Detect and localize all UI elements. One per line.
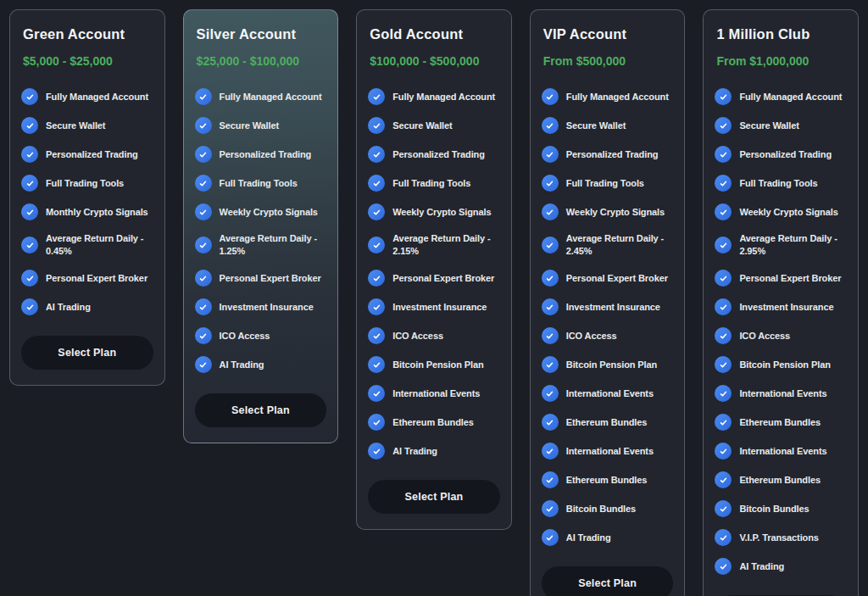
feature-item: Ethereum Bundles [715,414,847,431]
feature-item: Weekly Crypto Signals [715,203,847,220]
feature-label: Personalized Trading [220,148,312,161]
feature-item: Personalized Trading [715,146,847,163]
feature-label: Personal Expert Broker [739,272,841,285]
feature-label: Investment Insurance [739,301,833,314]
feature-item: Bitcoin Bundles [542,500,674,517]
check-icon [195,327,212,344]
feature-label: Investment Insurance [392,301,487,314]
feature-item: Personalized Trading [542,146,674,163]
feature-item: AI Trading [368,443,500,460]
feature-item: Secure Wallet [715,117,847,134]
check-icon [21,117,38,134]
check-icon [368,146,385,163]
feature-label: Secure Wallet [392,120,452,132]
feature-label: Personalized Trading [392,148,485,161]
feature-item: Full Trading Tools [715,175,847,192]
check-icon [715,414,732,431]
feature-label: V.I.P. Transactions [739,532,819,544]
check-icon [715,529,732,546]
check-icon [542,203,559,220]
feature-label: ICO Access [739,330,790,343]
feature-label: Bitcoin Pension Plan [392,359,483,371]
plan-title: Green Account [23,25,153,42]
check-icon [715,88,732,105]
plan-price-range: From $1,000,000 [716,54,847,68]
feature-label: Fully Managed Account [46,91,148,103]
check-icon [715,500,732,517]
feature-item: AI Trading [542,529,674,546]
feature-item: International Events [368,385,500,402]
check-icon [715,203,732,220]
check-icon [715,298,732,315]
select-plan-button-silver-account[interactable]: Select Plan [195,393,327,427]
feature-label: Personal Expert Broker [566,272,668,285]
check-icon [368,443,385,460]
feature-label: Weekly Crypto Signals [739,206,837,219]
feature-label: Personalized Trading [566,148,659,161]
feature-item: Secure Wallet [368,117,500,134]
feature-item: Average Return Daily - 2.45% [542,232,674,258]
check-icon [195,88,212,105]
check-icon [542,356,559,373]
check-icon [368,237,385,253]
plan-title: Silver Account [197,25,327,42]
feature-item: ICO Access [195,327,327,344]
feature-item: Weekly Crypto Signals [195,203,327,220]
feature-item: Ethereum Bundles [542,471,674,488]
feature-item: ICO Access [715,327,847,344]
feature-label: International Events [392,387,480,400]
feature-item: Fully Managed Account [542,88,674,105]
check-icon [195,175,212,192]
check-icon [21,270,38,287]
feature-item: Fully Managed Account [195,88,327,105]
feature-label: Investment Insurance [220,301,314,314]
check-icon [542,327,559,344]
feature-label: Ethereum Bundles [566,474,648,487]
check-icon [715,385,732,402]
check-icon [715,327,732,344]
plan-title: 1 Million Club [716,25,847,42]
plan-card-gold-account: Gold Account $100,000 - $500,000 Fully M… [356,9,512,530]
check-icon [542,500,559,517]
check-icon [542,88,559,105]
feature-label: AI Trading [739,560,784,573]
feature-item: Ethereum Bundles [542,414,674,431]
check-icon [542,414,559,431]
plans-grid: Green Account $5,000 - $25,000 Fully Man… [0,0,868,596]
feature-item: Personalized Trading [21,146,153,163]
feature-item: Personalized Trading [368,146,500,163]
feature-item: Ethereum Bundles [715,471,847,488]
feature-item: Bitcoin Bundles [715,500,847,517]
feature-label: Ethereum Bundles [566,416,648,429]
feature-item: Average Return Daily - 1.25% [195,232,327,258]
feature-item: Investment Insurance [715,298,847,315]
feature-item: Weekly Crypto Signals [542,203,674,220]
feature-item: Personal Expert Broker [195,270,327,287]
check-icon [21,146,38,163]
feature-label: Fully Managed Account [220,91,322,103]
feature-item: Ethereum Bundles [368,414,500,431]
feature-label: Full Trading Tools [220,177,298,190]
feature-label: Ethereum Bundles [392,416,474,429]
feature-label: Bitcoin Pension Plan [739,359,830,371]
select-plan-button-green-account[interactable]: Select Plan [21,336,153,370]
feature-item: Monthly Crypto Signals [21,203,153,220]
feature-list: Fully Managed Account Secure Wallet Pers… [715,88,847,575]
feature-label: Personalized Trading [46,148,138,161]
feature-label: Secure Wallet [566,120,626,132]
feature-item: Investment Insurance [542,298,674,315]
feature-item: Personal Expert Broker [715,270,847,287]
check-icon [368,117,385,134]
feature-label: Personal Expert Broker [220,272,321,285]
feature-item: AI Trading [21,298,153,315]
select-plan-button-gold-account[interactable]: Select Plan [368,480,500,514]
feature-item: Investment Insurance [195,298,327,315]
feature-label: Average Return Daily - 2.15% [392,232,500,258]
check-icon [195,356,212,373]
feature-label: AI Trading [392,445,437,458]
check-icon [368,298,385,315]
feature-item: ICO Access [542,327,674,344]
check-icon [715,558,732,575]
select-plan-button-vip-account[interactable]: Select Plan [542,566,674,596]
check-icon [368,414,385,431]
